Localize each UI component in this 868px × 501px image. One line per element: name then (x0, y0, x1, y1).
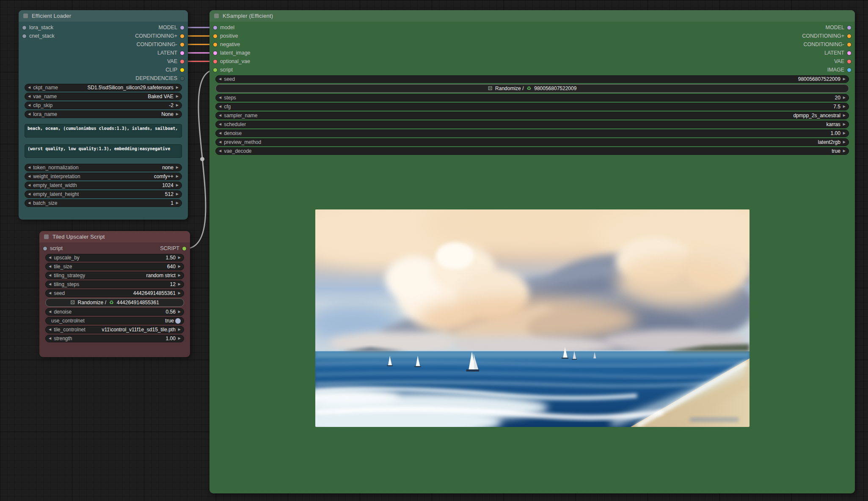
increment-arrow-icon[interactable]: ▶ (843, 96, 846, 99)
widget-lora-name[interactable]: ◀ lora_name None ▶ (25, 110, 182, 118)
widget-clip-skip[interactable]: ◀ clip_skip -2 ▶ (25, 102, 182, 109)
node-header[interactable]: KSampler (Efficient) (209, 10, 855, 22)
increment-arrow-icon[interactable]: ▶ (178, 328, 181, 331)
decrement-arrow-icon[interactable]: ◀ (49, 310, 51, 314)
output-port-vae[interactable]: VAE (167, 58, 184, 64)
decrement-arrow-icon[interactable]: ◀ (28, 95, 30, 98)
decrement-arrow-icon[interactable]: ◀ (219, 132, 221, 135)
widget-preview-method[interactable]: ◀ preview_method latent2rgb ▶ (215, 138, 849, 146)
node-graph-canvas[interactable]: { "ui": { "left_arrow": "◀", "right_arro… (0, 0, 868, 501)
increment-arrow-icon[interactable]: ▶ (176, 175, 179, 178)
widget-sampler-name[interactable]: ◀ sampler_name dpmpp_2s_ancestral ▶ (215, 112, 849, 119)
decrement-arrow-icon[interactable]: ◀ (28, 166, 30, 169)
decrement-arrow-icon[interactable]: ◀ (28, 201, 30, 205)
widget-denoise[interactable]: ◀ denoise 0.56 ▶ (45, 308, 184, 316)
input-port-optional-vae[interactable]: optional_vae (213, 58, 250, 64)
widget-seed[interactable]: ◀ seed 980056807522009 ▶ (215, 75, 849, 83)
port-dot[interactable] (180, 51, 184, 55)
wire-script-midpoint[interactable] (200, 157, 204, 161)
decrement-arrow-icon[interactable]: ◀ (219, 149, 221, 153)
port-dot[interactable] (180, 68, 184, 72)
decrement-arrow-icon[interactable]: ◀ (219, 77, 221, 81)
widget-upscale-by[interactable]: ◀ upscale_by 1.50 ▶ (45, 254, 184, 262)
output-port-model[interactable]: MODEL (159, 25, 184, 30)
widget-token-normalization[interactable]: ◀ token_normalization none ▶ (25, 164, 182, 171)
node-header[interactable]: Efficient Loader (19, 10, 188, 22)
widget-tiling-steps[interactable]: ◀ tiling_steps 12 ▶ (45, 281, 184, 288)
toggle-knob[interactable] (175, 318, 181, 324)
increment-arrow-icon[interactable]: ▶ (176, 86, 179, 89)
decrement-arrow-icon[interactable]: ◀ (219, 123, 221, 126)
increment-arrow-icon[interactable]: ▶ (843, 149, 846, 153)
increment-arrow-icon[interactable]: ▶ (176, 95, 179, 98)
output-port-image[interactable]: IMAGE (827, 67, 851, 73)
port-dot[interactable] (22, 26, 26, 30)
output-port-conditioning-minus[interactable]: CONDITIONING- (136, 41, 184, 47)
output-port-conditioning-plus[interactable]: CONDITIONING+ (802, 33, 851, 39)
output-port-vae[interactable]: VAE (834, 58, 851, 64)
port-dot[interactable] (213, 34, 217, 38)
decrement-arrow-icon[interactable]: ◀ (49, 337, 51, 340)
input-port-script[interactable]: script (213, 67, 233, 73)
increment-arrow-icon[interactable]: ▶ (843, 105, 846, 108)
decrement-arrow-icon[interactable]: ◀ (28, 175, 30, 178)
port-dot[interactable] (847, 26, 851, 30)
randomize-seed-button[interactable]: ⚄ Randomize / ♻ 980056807522009 (215, 84, 849, 93)
widget-use-controlnet[interactable]: use_controlnet true (45, 317, 184, 325)
input-port-lora-stack[interactable]: lora_stack (22, 25, 53, 30)
output-port-model[interactable]: MODEL (826, 25, 851, 30)
decrement-arrow-icon[interactable]: ◀ (219, 140, 221, 144)
decrement-arrow-icon[interactable]: ◀ (28, 86, 30, 89)
port-dot[interactable] (847, 43, 851, 47)
input-port-cnet-stack[interactable]: cnet_stack (22, 33, 55, 39)
port-dot[interactable] (847, 34, 851, 38)
increment-arrow-icon[interactable]: ▶ (843, 123, 846, 126)
node-tiled-upscaler-script[interactable]: Tiled Upscaler Script script SCRIPT ◀ up… (39, 231, 190, 357)
increment-arrow-icon[interactable]: ▶ (843, 140, 846, 144)
output-port-conditioning-minus[interactable]: CONDITIONING- (803, 41, 851, 47)
input-port-negative[interactable]: negative (213, 41, 240, 47)
input-port-latent-image[interactable]: latent_image (213, 50, 251, 56)
increment-arrow-icon[interactable]: ▶ (178, 256, 181, 259)
widget-ckpt-name[interactable]: ◀ ckpt_name SD1.5\sdSilicon_silicon29.sa… (25, 84, 182, 91)
input-port-script[interactable]: script (43, 245, 63, 251)
increment-arrow-icon[interactable]: ▶ (843, 132, 846, 135)
port-dot[interactable] (180, 34, 184, 38)
decrement-arrow-icon[interactable]: ◀ (49, 283, 51, 286)
widget-empty-latent-height[interactable]: ◀ empty_latent_height 512 ▶ (25, 190, 182, 198)
widget-seed[interactable]: ◀ seed 444264914855361 ▶ (45, 289, 184, 297)
output-port-conditioning-plus[interactable]: CONDITIONING+ (135, 33, 184, 39)
widget-weight-interpretation[interactable]: ◀ weight_interpretation comfy++ ▶ (25, 173, 182, 180)
positive-prompt-textarea[interactable]: beach, ocean, (cumulonimbus clouds:1.3),… (25, 124, 182, 138)
port-dot[interactable] (182, 247, 186, 250)
port-dot[interactable] (847, 60, 851, 63)
randomize-seed-button[interactable]: ⚄ Randomize / ♻ 444264914855361 (45, 298, 184, 307)
decrement-arrow-icon[interactable]: ◀ (219, 114, 221, 117)
increment-arrow-icon[interactable]: ▶ (178, 292, 181, 295)
widget-tiling-strategy[interactable]: ◀ tiling_strategy random strict ▶ (45, 272, 184, 279)
increment-arrow-icon[interactable]: ▶ (176, 104, 179, 107)
widget-vae-decode[interactable]: ◀ vae_decode true ▶ (215, 147, 849, 155)
increment-arrow-icon[interactable]: ▶ (176, 193, 179, 196)
increment-arrow-icon[interactable]: ▶ (176, 184, 179, 187)
widget-empty-latent-width[interactable]: ◀ empty_latent_width 1024 ▶ (25, 182, 182, 189)
widget-tile-controlnet[interactable]: ◀ tile_controlnet v11\control_v11f1e_sd1… (45, 326, 184, 333)
widget-strength[interactable]: ◀ strength 1.00 ▶ (45, 335, 184, 342)
output-port-latent[interactable]: LATENT (824, 50, 851, 56)
port-dot[interactable] (213, 26, 217, 30)
increment-arrow-icon[interactable]: ▶ (843, 77, 846, 81)
port-dot[interactable] (847, 68, 851, 72)
decrement-arrow-icon[interactable]: ◀ (49, 265, 51, 268)
decrement-arrow-icon[interactable]: ◀ (28, 193, 30, 196)
port-dot[interactable] (180, 43, 184, 47)
increment-arrow-icon[interactable]: ▶ (178, 283, 181, 286)
port-dot[interactable] (213, 60, 217, 63)
decrement-arrow-icon[interactable]: ◀ (28, 113, 30, 116)
decrement-arrow-icon[interactable]: ◀ (28, 184, 30, 187)
collapse-icon[interactable] (214, 14, 219, 18)
port-dot[interactable] (213, 68, 217, 72)
negative-prompt-textarea[interactable]: (worst quality, low quality:1.3), embedd… (25, 144, 182, 158)
node-header[interactable]: Tiled Upscaler Script (39, 231, 190, 242)
increment-arrow-icon[interactable]: ▶ (176, 113, 179, 116)
input-port-model[interactable]: model (213, 25, 234, 30)
